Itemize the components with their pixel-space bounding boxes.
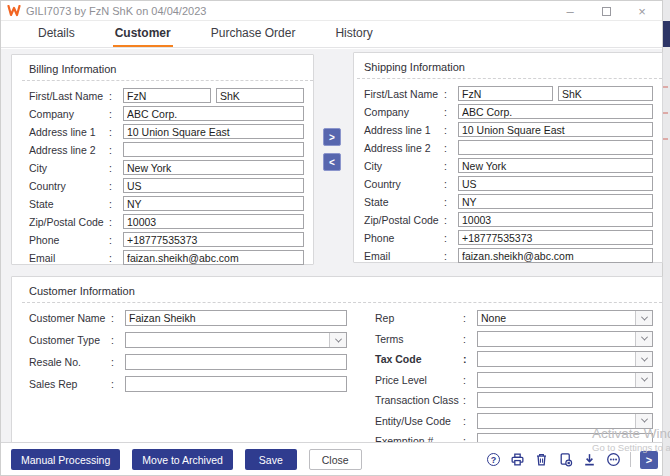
field-label: Address line 1 xyxy=(29,126,109,138)
save-button[interactable]: Save xyxy=(245,449,297,470)
field-label: Terms xyxy=(375,333,463,345)
customer-type-select[interactable] xyxy=(125,332,347,348)
window-controls: – × xyxy=(562,1,650,21)
field-label: Tax Code xyxy=(375,353,463,365)
billing-zip-input[interactable] xyxy=(123,214,304,229)
tax-code-row: Tax Code : xyxy=(375,351,653,367)
sales-rep-input[interactable] xyxy=(125,376,347,392)
copy-to-shipping-button[interactable]: > xyxy=(323,128,341,146)
printer-icon xyxy=(510,452,525,467)
billing-last-name-input[interactable] xyxy=(216,88,304,103)
shipping-email-input[interactable] xyxy=(458,248,653,263)
field-label: Company xyxy=(364,106,444,118)
billing-country-input[interactable] xyxy=(123,178,304,193)
colon: : xyxy=(463,374,477,386)
close-button[interactable]: × xyxy=(634,3,650,19)
shipping-group-title: Shipping Information xyxy=(364,59,653,78)
document-status-button[interactable] xyxy=(558,452,573,467)
billing-address1-input[interactable] xyxy=(123,124,304,139)
billing-phone-input[interactable] xyxy=(123,232,304,247)
billing-first-name-input[interactable] xyxy=(123,88,211,103)
billing-row-country: Country : xyxy=(29,178,304,193)
transaction-class-input[interactable] xyxy=(477,392,653,408)
colon: : xyxy=(109,216,123,228)
billing-address2-input[interactable] xyxy=(123,142,304,157)
field-label: Address line 2 xyxy=(364,142,444,154)
colon: : xyxy=(111,334,125,346)
close-icon: × xyxy=(638,4,646,19)
shipping-row-first-last-name: First/Last Name : xyxy=(364,86,653,101)
help-button[interactable]: ? xyxy=(486,452,501,467)
field-label: Address line 1 xyxy=(364,124,444,136)
tab-details[interactable]: Details xyxy=(36,20,77,47)
chevron-left-icon: < xyxy=(329,157,335,168)
colon: : xyxy=(109,90,123,102)
app-window: GILI7073 by FzN ShK on 04/04/2023 – × De… xyxy=(0,0,663,476)
shipping-row-company: Company : xyxy=(364,104,653,119)
billing-state-input[interactable] xyxy=(123,196,304,211)
manual-processing-button[interactable]: Manual Processing xyxy=(11,449,120,470)
shipping-row-phone: Phone : xyxy=(364,230,653,245)
next-record-button[interactable]: > xyxy=(640,451,658,469)
footer-icons: ? xyxy=(486,449,658,470)
shipping-address1-input[interactable] xyxy=(458,122,653,137)
chevron-right-icon: > xyxy=(329,132,335,143)
billing-city-input[interactable] xyxy=(123,160,304,175)
copy-to-billing-button[interactable]: < xyxy=(323,153,341,171)
billing-row-phone: Phone : xyxy=(29,232,304,247)
customer-information-group: Customer Information Customer Name : Cus… xyxy=(11,276,663,443)
divider xyxy=(22,302,662,303)
field-label: State xyxy=(29,198,109,210)
shipping-address2-input[interactable] xyxy=(458,140,653,155)
maximize-button[interactable] xyxy=(598,3,614,19)
shipping-phone-input[interactable] xyxy=(458,230,653,245)
select-value xyxy=(478,373,635,387)
shipping-zip-input[interactable] xyxy=(458,212,653,227)
shipping-row-city: City : xyxy=(364,158,653,173)
download-button[interactable] xyxy=(582,452,597,467)
customer-name-input[interactable] xyxy=(125,310,347,326)
shipping-last-name-input[interactable] xyxy=(558,86,653,101)
billing-email-input[interactable] xyxy=(123,250,304,265)
download-icon xyxy=(582,452,597,467)
entity-use-code-select[interactable] xyxy=(477,413,653,429)
chevron-down-icon xyxy=(635,373,652,387)
billing-company-input[interactable] xyxy=(123,106,304,121)
trash-icon xyxy=(534,452,549,467)
resale-no-input[interactable] xyxy=(125,354,347,370)
move-to-archived-button[interactable]: Move to Archived xyxy=(132,449,233,470)
minimize-button[interactable]: – xyxy=(562,3,578,19)
colon: : xyxy=(111,356,125,368)
field-label: Address line 2 xyxy=(29,144,109,156)
colon: : xyxy=(111,378,125,390)
maximize-icon xyxy=(602,7,611,16)
document-badge-icon xyxy=(558,452,573,467)
tax-code-select[interactable] xyxy=(477,351,653,367)
tab-customer[interactable]: Customer xyxy=(113,20,173,47)
billing-row-address2: Address line 2 : xyxy=(29,142,304,157)
title-bar: GILI7073 by FzN ShK on 04/04/2023 – × xyxy=(1,1,662,21)
shipping-city-input[interactable] xyxy=(458,158,653,173)
print-button[interactable] xyxy=(510,452,525,467)
rep-select[interactable]: None xyxy=(477,310,653,326)
chevron-down-icon xyxy=(329,333,346,347)
more-options-button[interactable] xyxy=(606,452,621,467)
colon: : xyxy=(463,415,477,427)
shipping-company-input[interactable] xyxy=(458,104,653,119)
price-level-select[interactable] xyxy=(477,372,653,388)
delete-button[interactable] xyxy=(534,452,549,467)
tab-purchase-order[interactable]: Purchase Order xyxy=(209,20,298,47)
shipping-country-input[interactable] xyxy=(458,176,653,191)
tab-history[interactable]: History xyxy=(333,20,374,47)
colon: : xyxy=(444,178,458,190)
terms-select[interactable] xyxy=(477,331,653,347)
field-label: First/Last Name xyxy=(29,90,109,102)
field-label: Zip/Postal Code xyxy=(29,216,109,228)
customer-right-column: Rep : None Terms : xyxy=(375,310,653,454)
close-form-button[interactable]: Close xyxy=(309,449,362,470)
field-label: Sales Rep xyxy=(29,378,111,390)
shipping-state-input[interactable] xyxy=(458,194,653,209)
chevron-right-icon: > xyxy=(646,454,652,466)
billing-row-zip: Zip/Postal Code : xyxy=(29,214,304,229)
shipping-first-name-input[interactable] xyxy=(458,86,553,101)
